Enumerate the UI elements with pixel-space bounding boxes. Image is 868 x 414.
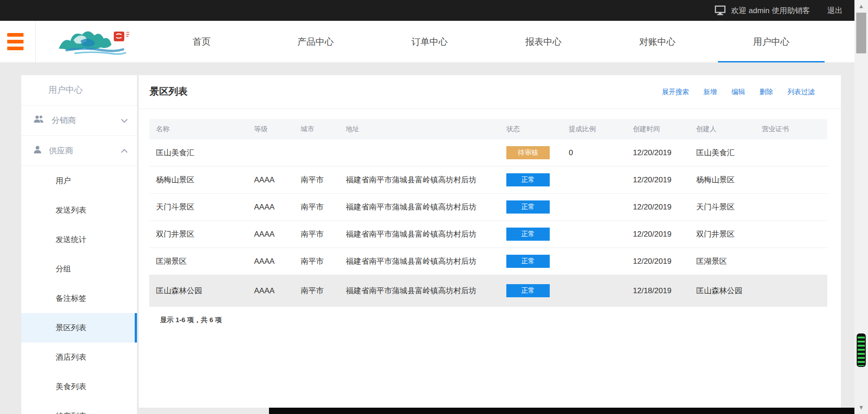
sidebar-item-景区列表[interactable]: 景区列表 (21, 313, 137, 343)
main-content: 景区列表 展开搜索新增编辑删除列表过滤 名称等级城市地址状态提成比例创建时间创建… (139, 75, 841, 408)
nav-tab-4[interactable]: 报表中心 (486, 21, 600, 62)
table-row[interactable]: 天门斗景区AAAA南平市福建省南平市蒲城县富岭镇高坊村后坊正常12/20/201… (149, 194, 827, 221)
cell-city: 南平市 (294, 275, 339, 307)
add-link[interactable]: 新增 (703, 88, 717, 96)
cell-grade: AAAA (247, 248, 294, 275)
cell-name: 匡山森林公园 (149, 275, 247, 307)
vertical-scrollbar[interactable]: ▲ ▼ (854, 0, 868, 414)
cell-license (755, 275, 827, 307)
sidebar-item-用户[interactable]: 用户 (21, 166, 137, 195)
cell-city: 南平市 (294, 194, 339, 221)
nav-tab-5[interactable]: 对账中心 (600, 21, 714, 62)
topbar: 欢迎 admin 使用助销客 退出 (0, 0, 868, 21)
cell-created: 12/20/2019 (626, 248, 689, 275)
column-header-提成比例: 提成比例 (562, 119, 626, 139)
column-header-创建人: 创建人 (689, 119, 755, 139)
cell-address: 福建省南平市蒲城县富岭镇高坊村后坊 (339, 248, 500, 275)
column-header-地址: 地址 (339, 119, 500, 139)
cell-grade: AAAA (247, 167, 294, 194)
expand-search-link[interactable]: 展开搜索 (662, 88, 689, 96)
content-header: 景区列表 展开搜索新增编辑删除列表过滤 (139, 75, 841, 109)
status-badge: 正常 (506, 255, 550, 268)
cell-grade (247, 139, 294, 167)
table-row[interactable]: 匡湖景区AAAA南平市福建省南平市蒲城县富岭镇高坊村后坊正常12/20/2019… (149, 248, 827, 275)
cell-license (755, 221, 827, 248)
logout-link[interactable]: 退出 (827, 5, 843, 16)
cell-city: 南平市 (294, 221, 339, 248)
scrollbar-thumb[interactable] (856, 13, 866, 53)
cell-license (755, 167, 827, 194)
sidebar-item-发送列表[interactable]: 发送列表 (21, 195, 137, 225)
hamburger-menu-icon[interactable] (7, 33, 24, 50)
cell-status: 正常 (500, 221, 562, 248)
cell-license (755, 194, 827, 221)
sidebar-group-分销商[interactable]: 分销商 (21, 105, 137, 136)
status-badge: 正常 (506, 284, 550, 297)
cell-status: 正常 (500, 275, 562, 307)
table-row[interactable]: 匡山美食汇待审核012/20/2019匡山美食汇 (149, 139, 827, 167)
column-header-等级: 等级 (247, 119, 294, 139)
table-row[interactable]: 匡山森林公园AAAA南平市福建省南平市蒲城县富岭镇高坊村后坊正常12/18/20… (149, 275, 827, 307)
sidebar-title: 用户中心 (21, 75, 137, 105)
cell-name: 双门井景区 (149, 221, 247, 248)
status-badge: 正常 (506, 228, 550, 241)
cell-commission (562, 248, 626, 275)
scroll-up-arrow-icon[interactable]: ▲ (854, 1, 868, 12)
cell-address: 福建省南平市蒲城县富岭镇高坊村后坊 (339, 275, 500, 307)
sidebar-item-发送统计[interactable]: 发送统计 (21, 225, 137, 254)
welcome-text: 欢迎 admin 使用助销客 (731, 5, 810, 16)
cell-created: 12/20/2019 (626, 167, 689, 194)
cell-creator: 天门斗景区 (689, 194, 755, 221)
cell-created: 12/20/2019 (626, 221, 689, 248)
cell-created: 12/18/2019 (626, 275, 689, 307)
list-filter-link[interactable]: 列表过滤 (788, 88, 815, 96)
cell-creator: 匡湖景区 (689, 248, 755, 275)
cell-creator: 匡山森林公园 (689, 275, 755, 307)
cell-grade: AAAA (247, 221, 294, 248)
scenic-spot-table: 名称等级城市地址状态提成比例创建时间创建人营业证书 匡山美食汇待审核012/20… (149, 119, 827, 307)
column-header-城市: 城市 (294, 119, 339, 139)
table-row[interactable]: 双门井景区AAAA南平市福建省南平市蒲城县富岭镇高坊村后坊正常12/20/201… (149, 221, 827, 248)
page-title: 景区列表 (150, 85, 188, 98)
sidebar-item-备注标签[interactable]: 备注标签 (21, 284, 137, 313)
cell-name: 杨梅山景区 (149, 167, 247, 194)
table-header-row: 名称等级城市地址状态提成比例创建时间创建人营业证书 (149, 119, 827, 139)
nav-tab-1[interactable]: 首页 (145, 21, 259, 62)
column-header-创建时间: 创建时间 (626, 119, 689, 139)
sidebar-item-特产列表[interactable]: 特产列表 (21, 401, 137, 414)
cell-status: 正常 (500, 248, 562, 275)
navbar: 首页产品中心订单中心报表中心对账中心用户中心 (0, 21, 868, 62)
sidebar-group-供应商[interactable]: 供应商 (21, 136, 137, 166)
sidebar-item-酒店列表[interactable]: 酒店列表 (21, 343, 137, 372)
cell-city: 南平市 (294, 248, 339, 275)
sidebar-item-分组[interactable]: 分组 (21, 254, 137, 284)
nav-tab-6[interactable]: 用户中心 (714, 21, 828, 62)
nav-tab-3[interactable]: 订单中心 (373, 21, 486, 62)
edit-link[interactable]: 编辑 (731, 88, 745, 96)
users-icon (33, 115, 45, 126)
cell-commission (562, 194, 626, 221)
nav-tab-2[interactable]: 产品中心 (259, 21, 373, 62)
cell-creator: 杨梅山景区 (689, 167, 755, 194)
table-row[interactable]: 杨梅山景区AAAA南平市福建省南平市蒲城县富岭镇高坊村后坊正常12/20/201… (149, 167, 827, 194)
cell-address (339, 139, 500, 167)
column-header-状态: 状态 (500, 119, 562, 139)
cell-city: 南平市 (294, 167, 339, 194)
scroll-down-arrow-icon[interactable]: ▼ (854, 402, 868, 413)
chevron-down-icon (121, 116, 128, 125)
bottom-bar (269, 408, 855, 414)
delete-link[interactable]: 删除 (760, 88, 773, 96)
toolbar-actions: 展开搜索新增编辑删除列表过滤 (662, 88, 815, 96)
sidebar-group-label: 供应商 (49, 145, 73, 156)
cell-commission (562, 221, 626, 248)
logo (53, 25, 135, 58)
cell-created: 12/20/2019 (626, 139, 689, 167)
cell-commission (562, 167, 626, 194)
cell-creator: 双门井景区 (689, 221, 755, 248)
cell-status: 正常 (500, 167, 562, 194)
column-header-名称: 名称 (149, 119, 247, 139)
sidebar-item-美食列表[interactable]: 美食列表 (21, 372, 137, 401)
pagination-summary: 显示 1-6 项，共 6 项 (160, 316, 827, 324)
cell-address: 福建省南平市蒲城县富岭镇高坊村后坊 (339, 221, 500, 248)
cell-license (755, 139, 827, 167)
